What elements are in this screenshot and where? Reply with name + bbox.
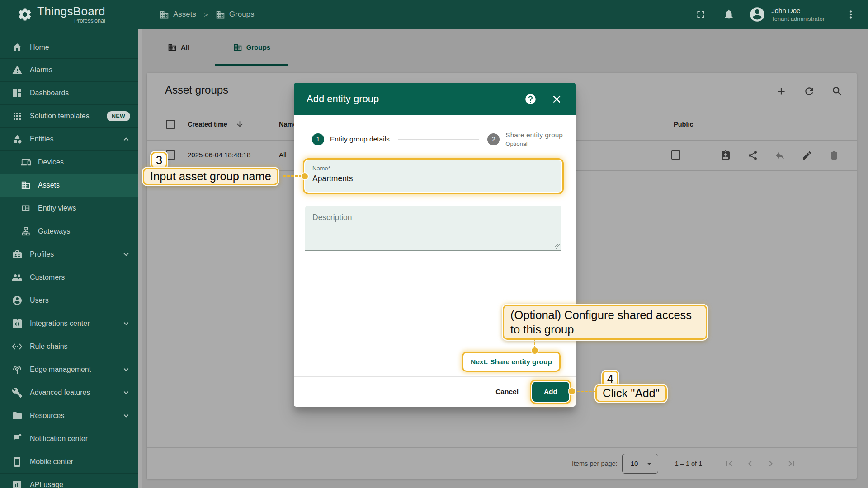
dialog-footer: Cancel Add <box>294 376 576 407</box>
app-header: ThingsBoard Professional Assets > Groups… <box>0 0 868 29</box>
breadcrumb-groups[interactable]: Groups <box>216 10 255 19</box>
step-1-label: Entity group details <box>330 135 390 143</box>
annotation-dot <box>532 347 538 354</box>
annotation-connector <box>283 175 302 177</box>
sidebar-item-integrations-center[interactable]: Integrations center <box>0 312 138 335</box>
sidebar-item-gateways[interactable]: Gateways <box>0 220 138 243</box>
resize-handle-icon[interactable] <box>555 244 560 249</box>
sidebar-scrollbar[interactable] <box>138 29 142 488</box>
step-1-circle[interactable]: 1 <box>312 133 324 145</box>
annotation-connector <box>534 338 535 348</box>
sidebar-item-alarms[interactable]: Alarms <box>0 59 138 82</box>
help-icon <box>524 93 537 105</box>
app-logo[interactable]: ThingsBoard Professional <box>17 5 121 24</box>
sidebar: Home Alarms Dashboards Solution template… <box>0 29 138 488</box>
step-2-hint: Optional <box>505 141 563 147</box>
breadcrumb-assets[interactable]: Assets <box>160 10 196 19</box>
sidebar-item-entities[interactable]: Entities <box>0 128 138 151</box>
warning-icon <box>12 65 23 75</box>
sidebar-item-assets[interactable]: Assets <box>0 174 138 197</box>
sidebar-item-dashboards[interactable]: Dashboards <box>0 82 138 105</box>
kebab-icon <box>845 9 857 20</box>
view-quilt-icon <box>21 203 31 213</box>
chart-icon <box>12 479 23 488</box>
sidebar-item-mobile-center[interactable]: Mobile center <box>0 450 138 474</box>
sidebar-item-entity-views[interactable]: Entity views <box>0 197 138 220</box>
antenna-icon <box>12 364 23 375</box>
notifications-button[interactable] <box>720 5 738 23</box>
lan-icon <box>21 226 31 236</box>
sidebar-item-advanced-features[interactable]: Advanced features <box>0 381 138 404</box>
annotation-optional-note: (Optional) Configure shared access to th… <box>503 305 707 340</box>
dashboard-icon <box>12 88 23 99</box>
sidebar-item-notification-center[interactable]: Notification center <box>0 427 138 450</box>
domain-icon <box>160 10 169 19</box>
smartphone-icon <box>12 456 23 467</box>
app-edition: Professional <box>74 18 105 24</box>
domain-icon <box>21 180 31 190</box>
cancel-button[interactable]: Cancel <box>495 388 519 396</box>
sidebar-item-rule-chains[interactable]: Rule chains <box>0 335 138 358</box>
sidebar-item-users[interactable]: Users <box>0 289 138 312</box>
sidebar-item-devices[interactable]: Devices <box>0 151 138 174</box>
dialog-header: Add entity group <box>294 83 576 115</box>
sidebar-item-customers[interactable]: Customers <box>0 266 138 289</box>
chevron-down-icon <box>121 319 131 328</box>
next-share-entity-group-button[interactable]: Next: Share entity group <box>462 352 561 372</box>
integration-icon <box>12 318 23 329</box>
chevron-down-icon <box>121 411 131 421</box>
description-input[interactable] <box>305 206 561 250</box>
step-2-label: Share entity group <box>505 131 563 139</box>
user-name: John Doe <box>771 6 825 15</box>
help-button[interactable] <box>524 93 537 105</box>
chevron-down-icon <box>121 388 131 398</box>
avatar[interactable] <box>749 6 766 23</box>
badge-icon <box>12 249 23 260</box>
stepper: 1 Entity group details 2 Share entity gr… <box>312 126 563 152</box>
sidebar-item-home[interactable]: Home <box>0 36 138 59</box>
breadcrumb-separator: > <box>204 11 208 19</box>
annotation-step-3-label: Input asset group name <box>143 168 278 185</box>
sidebar-item-resources[interactable]: Resources <box>0 404 138 427</box>
fullscreen-button[interactable] <box>692 5 710 23</box>
thingsboard-logo-icon <box>17 7 33 22</box>
category-icon <box>12 134 23 145</box>
annotation-step-4-label: Click "Add" <box>595 385 667 402</box>
notification-icon <box>12 433 23 444</box>
fullscreen-icon <box>695 9 707 20</box>
sidebar-item-edge-management[interactable]: Edge management <box>0 358 138 381</box>
add-entity-group-dialog: Add entity group 1 Entity group details … <box>294 83 576 407</box>
description-field <box>305 206 561 251</box>
folder-icon <box>12 410 23 421</box>
breadcrumb: Assets > Groups <box>160 10 255 19</box>
devices-icon <box>21 157 31 167</box>
chevron-down-icon <box>121 249 131 259</box>
name-field-label: Name* <box>312 165 330 172</box>
annotation-dot <box>302 173 308 179</box>
step-2-circle[interactable]: 2 <box>487 133 500 145</box>
sidebar-item-api-usage[interactable]: API usage <box>0 474 138 488</box>
close-button[interactable] <box>550 93 563 105</box>
name-field: Name* <box>305 160 561 192</box>
person-icon <box>12 295 23 306</box>
add-button[interactable]: Add <box>532 382 569 402</box>
name-input[interactable] <box>312 174 554 183</box>
new-badge: NEW <box>107 111 130 121</box>
more-menu-button[interactable] <box>842 5 860 23</box>
user-role: Tenant administrator <box>771 15 825 23</box>
app-name: ThingsBoard <box>37 5 105 17</box>
apps-icon <box>12 111 23 122</box>
people-icon <box>12 272 23 283</box>
stepper-connector <box>398 139 480 140</box>
domain-icon <box>216 10 225 19</box>
sidebar-item-profiles[interactable]: Profiles <box>0 243 138 266</box>
dialog-title: Add entity group <box>307 93 379 105</box>
close-icon <box>551 93 563 105</box>
ethernet-icon <box>12 341 23 352</box>
sidebar-item-solution-templates[interactable]: Solution templates NEW <box>0 105 138 128</box>
user-info[interactable]: John Doe Tenant administrator <box>771 6 825 23</box>
chevron-up-icon <box>121 134 131 144</box>
user-avatar-icon <box>749 6 766 23</box>
bell-icon <box>723 9 735 20</box>
annotation-connector <box>577 391 596 392</box>
